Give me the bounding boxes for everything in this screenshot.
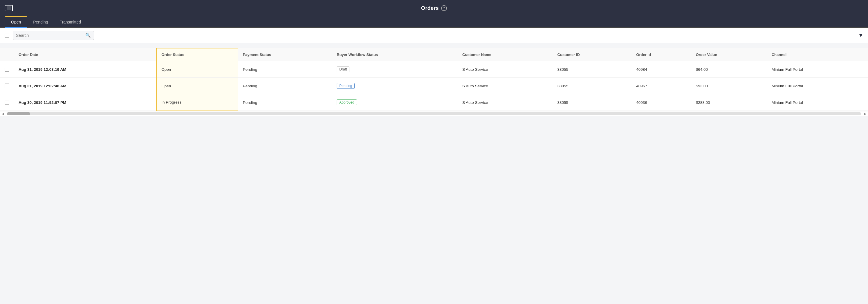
order-status-value: Open <box>161 84 171 88</box>
col-header-order-date: Order Date <box>14 48 156 61</box>
order-status-value: Open <box>161 67 171 72</box>
order-date-value: Aug 31, 2019 12:03:19 AM <box>19 67 66 72</box>
help-icon[interactable]: ? <box>441 5 447 11</box>
orders-table-wrap: Order Date Order Status Payment Status B… <box>0 48 868 111</box>
col-header-order-value: Order Value <box>691 48 767 61</box>
filter-icon[interactable]: ▼ <box>858 33 863 39</box>
col-header-buyer-workflow-status: Buyer Workflow Status <box>332 48 458 61</box>
cell-channel: Minium Full Portal <box>767 94 868 111</box>
channel-value: Minium Full Portal <box>772 100 803 105</box>
scroll-left-arrow[interactable]: ◀ <box>0 112 6 116</box>
cell-buyer-workflow-status: Approved <box>332 94 458 111</box>
cell-customer-name: S Auto Service <box>458 61 553 78</box>
tab-transmitted[interactable]: Transmitted <box>54 17 87 27</box>
cell-buyer-workflow-status: Pending <box>332 78 458 94</box>
buyer-workflow-badge: Draft <box>337 66 349 72</box>
order-status-value: In Progress <box>161 100 181 104</box>
cell-customer-id: 38055 <box>553 61 632 78</box>
cell-buyer-workflow-status: Draft <box>332 61 458 78</box>
order-id-value: 40967 <box>636 84 647 88</box>
order-value-value: $93.00 <box>696 84 708 88</box>
scroll-thumb[interactable] <box>7 112 30 115</box>
row-checkbox-cell <box>0 78 14 94</box>
cell-order-status: Open <box>156 61 238 78</box>
table-header-row: Order Date Order Status Payment Status B… <box>0 48 868 61</box>
col-header-customer-id: Customer ID <box>553 48 632 61</box>
col-header-payment-status: Payment Status <box>238 48 332 61</box>
order-id-value: 40984 <box>636 67 647 72</box>
search-input[interactable] <box>16 33 83 38</box>
row-checkbox[interactable] <box>5 83 9 88</box>
header-title-wrap: Orders ? <box>421 5 447 11</box>
header: Orders ? <box>0 0 868 16</box>
channel-value: Minium Full Portal <box>772 67 803 72</box>
customer-id-value: 38055 <box>557 67 568 72</box>
search-box: 🔍 <box>13 31 94 40</box>
row-checkbox-cell <box>0 61 14 78</box>
customer-name-value: S Auto Service <box>462 100 488 105</box>
col-header-checkbox <box>0 48 14 61</box>
cell-customer-name: S Auto Service <box>458 94 553 111</box>
tabs-bar: Open Pending Transmitted <box>0 16 868 28</box>
cell-order-date: Aug 31, 2019 12:03:19 AM <box>14 61 156 78</box>
cell-order-id: 40967 <box>631 78 691 94</box>
cell-order-value: $93.00 <box>691 78 767 94</box>
tab-open[interactable]: Open <box>5 16 27 28</box>
page-title: Orders <box>421 5 439 11</box>
cell-payment-status: Pending <box>238 78 332 94</box>
cell-customer-id: 38055 <box>553 78 632 94</box>
scroll-track <box>7 112 861 115</box>
order-value-value: $288.00 <box>696 100 710 105</box>
cell-payment-status: Pending <box>238 94 332 111</box>
cell-order-date: Aug 31, 2019 12:02:48 AM <box>14 78 156 94</box>
select-all-checkbox[interactable] <box>5 33 9 38</box>
order-id-value: 40936 <box>636 100 647 105</box>
buyer-workflow-badge: Approved <box>337 100 356 105</box>
search-icon: 🔍 <box>85 33 91 38</box>
payment-status-value: Pending <box>243 84 257 88</box>
order-date-value: Aug 31, 2019 12:02:48 AM <box>19 84 66 88</box>
cell-order-date: Aug 30, 2019 11:52:07 PM <box>14 94 156 111</box>
horizontal-scrollbar[interactable]: ◀ ▶ <box>0 111 868 116</box>
cell-customer-id: 38055 <box>553 94 632 111</box>
customer-name-value: S Auto Service <box>462 84 488 88</box>
customer-name-value: S Auto Service <box>462 67 488 72</box>
cell-order-value: $288.00 <box>691 94 767 111</box>
order-value-value: $64.00 <box>696 67 708 72</box>
col-header-order-status: Order Status <box>156 48 238 61</box>
cell-channel: Minium Full Portal <box>767 61 868 78</box>
customer-id-value: 38055 <box>557 84 568 88</box>
cell-payment-status: Pending <box>238 61 332 78</box>
scroll-right-arrow[interactable]: ▶ <box>862 112 868 116</box>
col-header-channel: Channel <box>767 48 868 61</box>
customer-id-value: 38055 <box>557 100 568 105</box>
cell-order-status: Open <box>156 78 238 94</box>
row-checkbox-cell <box>0 94 14 111</box>
cell-order-value: $64.00 <box>691 61 767 78</box>
col-header-customer-name: Customer Name <box>458 48 553 61</box>
orders-table: Order Date Order Status Payment Status B… <box>0 48 868 111</box>
table-row[interactable]: Aug 31, 2019 12:03:19 AM Open Pending Dr… <box>0 61 868 78</box>
channel-value: Minium Full Portal <box>772 84 803 88</box>
buyer-workflow-badge: Pending <box>337 83 354 89</box>
sidebar-toggle-button[interactable] <box>5 5 13 11</box>
cell-channel: Minium Full Portal <box>767 78 868 94</box>
cell-order-id: 40984 <box>631 61 691 78</box>
col-header-order-id: Order Id <box>631 48 691 61</box>
payment-status-value: Pending <box>243 67 257 72</box>
cell-order-id: 40936 <box>631 94 691 111</box>
cell-order-status: In Progress <box>156 94 238 111</box>
payment-status-value: Pending <box>243 100 257 105</box>
cell-customer-name: S Auto Service <box>458 78 553 94</box>
order-date-value: Aug 30, 2019 11:52:07 PM <box>19 100 66 105</box>
tab-pending[interactable]: Pending <box>27 17 54 27</box>
table-row[interactable]: Aug 30, 2019 11:52:07 PM In Progress Pen… <box>0 94 868 111</box>
toolbar: 🔍 ▼ <box>0 28 868 43</box>
row-checkbox[interactable] <box>5 67 9 72</box>
table-row[interactable]: Aug 31, 2019 12:02:48 AM Open Pending Pe… <box>0 78 868 94</box>
row-checkbox[interactable] <box>5 100 9 105</box>
